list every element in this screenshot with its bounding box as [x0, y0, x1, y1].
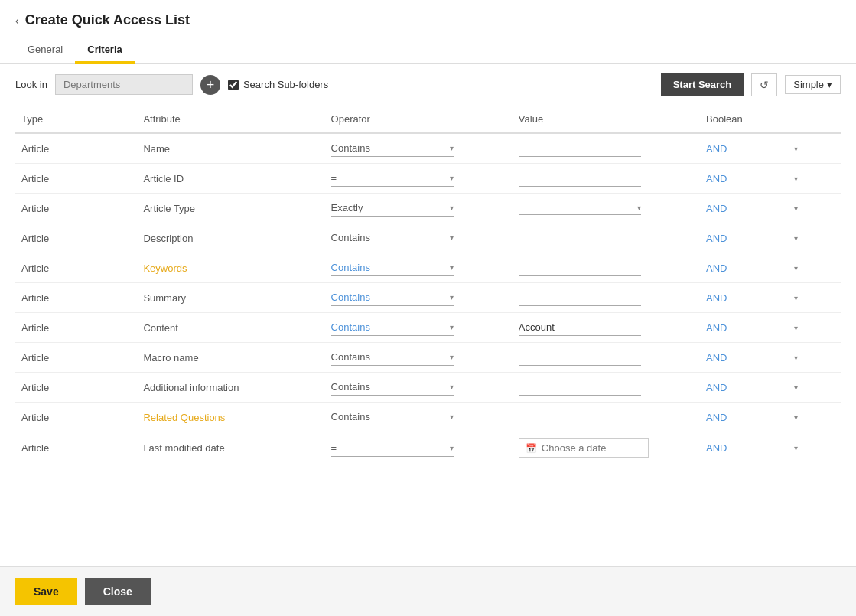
cell-type: Article: [15, 164, 137, 194]
cell-boolean[interactable]: AND▾: [700, 343, 841, 373]
back-arrow[interactable]: ‹: [15, 15, 19, 27]
cell-type: Article: [15, 133, 137, 164]
tab-general[interactable]: General: [15, 37, 75, 64]
cell-value[interactable]: [513, 223, 700, 253]
cell-type: Article: [15, 194, 137, 223]
add-folder-button[interactable]: +: [200, 75, 220, 95]
col-header-value: Value: [513, 106, 700, 133]
value-input[interactable]: [519, 319, 641, 336]
cell-boolean[interactable]: AND▾: [700, 223, 841, 253]
cell-value[interactable]: [513, 164, 700, 194]
save-button[interactable]: Save: [15, 578, 77, 605]
cell-operator[interactable]: Contains▾: [325, 223, 513, 253]
cell-boolean[interactable]: AND▾: [700, 253, 841, 283]
cell-type: Article: [15, 373, 137, 403]
cell-value[interactable]: [513, 373, 700, 403]
cell-boolean[interactable]: AND▾: [700, 133, 841, 164]
back-row: ‹ Create Quick Access List: [15, 12, 841, 28]
table-row: ArticleContentContains▾AND▾: [15, 313, 841, 343]
cell-attribute[interactable]: Keywords: [137, 253, 324, 283]
header: ‹ Create Quick Access List General Crite…: [0, 0, 856, 64]
cell-boolean[interactable]: AND▾: [700, 432, 841, 464]
simple-dropdown[interactable]: Simple ▾: [785, 75, 841, 94]
table-row: ArticleSummaryContains▾AND▾: [15, 283, 841, 313]
cell-value[interactable]: [513, 253, 700, 283]
cell-attribute: Article Type: [137, 194, 324, 223]
table-row: ArticleDescriptionContains▾AND▾: [15, 223, 841, 253]
value-input[interactable]: [519, 289, 641, 306]
search-subfolders-label: Search Sub-folders: [243, 79, 328, 90]
cell-type: Article: [15, 343, 137, 373]
cell-value[interactable]: [513, 313, 700, 343]
search-subfolders-checkbox[interactable]: [228, 80, 239, 90]
table-row: ArticleNameContains▾AND▾: [15, 133, 841, 164]
cell-operator[interactable]: Contains▾: [325, 313, 513, 343]
cell-attribute[interactable]: Related Questions: [137, 403, 324, 432]
cell-operator[interactable]: Exactly▾: [325, 194, 513, 223]
cell-attribute: Article ID: [137, 164, 324, 194]
table-row: ArticleArticle TypeExactly▾▾AND▾: [15, 194, 841, 223]
cell-operator[interactable]: Contains▾: [325, 343, 513, 373]
value-input[interactable]: [519, 409, 641, 425]
table-row: ArticleKeywordsContains▾AND▾: [15, 253, 841, 283]
cell-boolean[interactable]: AND▾: [700, 313, 841, 343]
table-row: ArticleAdditional informationContains▾AN…: [15, 373, 841, 403]
close-button[interactable]: Close: [85, 578, 151, 605]
cell-type: Article: [15, 223, 137, 253]
value-input[interactable]: [519, 259, 641, 276]
cell-type: Article: [15, 253, 137, 283]
cell-boolean[interactable]: AND▾: [700, 194, 841, 223]
criteria-table: Type Attribute Operator Value Boolean Ar…: [15, 106, 841, 464]
cell-operator[interactable]: =▾: [325, 432, 513, 464]
cell-type: Article: [15, 313, 137, 343]
cell-operator[interactable]: Contains▾: [325, 403, 513, 432]
value-input[interactable]: [519, 170, 641, 187]
cell-type: Article: [15, 432, 137, 464]
page-title: Create Quick Access List: [25, 12, 190, 28]
cell-operator[interactable]: =▾: [325, 164, 513, 194]
cell-operator[interactable]: Contains▾: [325, 283, 513, 313]
col-header-operator: Operator: [325, 106, 513, 133]
start-search-button[interactable]: Start Search: [661, 73, 744, 96]
search-subfolders-group: Search Sub-folders: [228, 79, 328, 90]
cell-value[interactable]: 📅: [513, 432, 700, 464]
simple-chevron-icon: ▾: [827, 79, 832, 90]
look-in-input[interactable]: [55, 74, 193, 95]
reset-button[interactable]: ↺: [751, 73, 777, 96]
cell-value[interactable]: ▾: [513, 194, 700, 223]
cell-boolean[interactable]: AND▾: [700, 373, 841, 403]
look-in-label: Look in: [15, 79, 47, 90]
cell-boolean[interactable]: AND▾: [700, 283, 841, 313]
table-row: ArticleRelated QuestionsContains▾AND▾: [15, 403, 841, 432]
value-input[interactable]: [519, 349, 641, 366]
cell-value[interactable]: [513, 283, 700, 313]
cell-boolean[interactable]: AND▾: [700, 403, 841, 432]
toolbar: Look in + Search Sub-folders Start Searc…: [0, 64, 856, 106]
cell-attribute: Content: [137, 313, 324, 343]
cell-value[interactable]: [513, 133, 700, 164]
cell-value[interactable]: [513, 343, 700, 373]
value-input[interactable]: [519, 140, 641, 157]
cell-value[interactable]: [513, 403, 700, 432]
value-input[interactable]: [519, 379, 641, 396]
footer: Save Close: [0, 566, 856, 616]
cell-attribute: Last modified date: [137, 432, 324, 464]
table-area: Type Attribute Operator Value Boolean Ar…: [0, 106, 856, 566]
cell-attribute: Macro name: [137, 343, 324, 373]
col-header-boolean: Boolean: [700, 106, 841, 133]
cell-operator[interactable]: Contains▾: [325, 253, 513, 283]
col-header-type: Type: [15, 106, 137, 133]
cell-operator[interactable]: Contains▾: [325, 133, 513, 164]
table-row: ArticleMacro nameContains▾AND▾: [15, 343, 841, 373]
date-input[interactable]: [542, 442, 641, 454]
cell-boolean[interactable]: AND▾: [700, 164, 841, 194]
simple-label: Simple: [793, 79, 824, 90]
table-row: ArticleLast modified date=▾📅AND▾: [15, 432, 841, 464]
tab-criteria[interactable]: Criteria: [75, 37, 135, 64]
value-input[interactable]: [519, 230, 641, 246]
table-row: ArticleArticle ID=▾AND▾: [15, 164, 841, 194]
col-header-attribute: Attribute: [137, 106, 324, 133]
tabs: General Criteria: [15, 37, 841, 63]
cell-type: Article: [15, 283, 137, 313]
cell-operator[interactable]: Contains▾: [325, 373, 513, 403]
